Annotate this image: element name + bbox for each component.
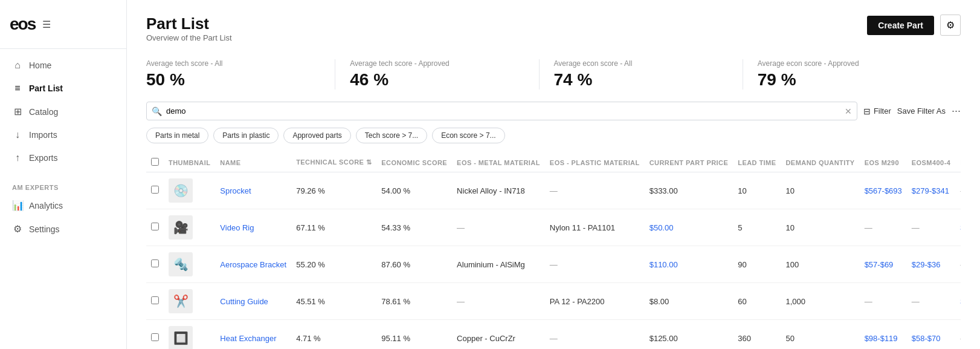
chip-tech-score[interactable]: Tech score > 7... — [356, 128, 427, 143]
table-cell[interactable]: $50.00 — [645, 209, 733, 246]
table-cell[interactable]: $29-$36 — [907, 246, 956, 283]
chip-econ-score[interactable]: Econ score > 7... — [432, 128, 505, 143]
table-cell[interactable]: $110.00 — [645, 246, 733, 283]
parts-table-wrap: THUMBNAIL NAME TECHNICAL SCORE ⇅ ECONOMI… — [146, 153, 961, 349]
table-cell[interactable]: $98-$119 — [860, 320, 907, 350]
hamburger-icon[interactable]: ☰ — [42, 19, 51, 30]
filter-button[interactable]: ⊟ Filter — [863, 106, 891, 116]
home-icon: ⌂ — [12, 60, 23, 71]
col-name: NAME — [215, 153, 291, 172]
sidebar-item-label-home: Home — [29, 60, 51, 70]
table-cell: — — [955, 320, 961, 350]
search-clear-icon[interactable]: ✕ — [845, 106, 852, 116]
analytics-icon: 📊 — [12, 200, 23, 211]
table-cell: 54.00 % — [376, 172, 452, 209]
col-current-price: CURRENT PART PRICE — [645, 153, 733, 172]
header-actions: Create Part ⚙ — [867, 15, 961, 36]
table-cell[interactable]: $9-$11 — [955, 283, 961, 320]
row-checkbox[interactable] — [151, 223, 159, 230]
table-cell[interactable]: $50-$61 — [955, 209, 961, 246]
sidebar-item-exports[interactable]: ↑ Exports — [0, 146, 126, 169]
table-cell: — — [860, 209, 907, 246]
table-cell: Aluminium - AlSiMg — [452, 246, 545, 283]
part-name-link[interactable]: Sprocket — [215, 172, 291, 209]
row-checkbox[interactable] — [151, 259, 159, 267]
chip-approved-parts[interactable]: Approved parts — [283, 128, 350, 143]
table-cell: 54.33 % — [376, 209, 452, 246]
col-eos-metal: EOS - METAL MATERIAL — [452, 153, 545, 172]
table-cell: 10 — [733, 172, 781, 209]
stat-label-0: Average tech score - All — [146, 59, 320, 68]
table-cell[interactable]: $567-$693 — [860, 172, 907, 209]
thumbnail-image: 💿 — [169, 178, 193, 203]
table-cell: 60 — [733, 283, 781, 320]
chip-parts-in-metal[interactable]: Parts in metal — [146, 128, 208, 143]
page-header: Part List Overview of the Part List Crea… — [146, 15, 961, 54]
sidebar-item-label-imports: Imports — [29, 130, 57, 140]
table-cell: 1,000 — [781, 283, 859, 320]
table-cell: 10 — [781, 209, 859, 246]
table-cell: 67.11 % — [291, 209, 376, 246]
main-content: Part List Overview of the Part List Crea… — [127, 0, 980, 349]
page-settings-button[interactable]: ⚙ — [940, 15, 961, 36]
save-filter-button[interactable]: Save Filter As — [897, 106, 946, 116]
table-cell: — — [955, 246, 961, 283]
col-demand-qty: DEMAND QUANTITY — [781, 153, 859, 172]
exports-icon: ↑ — [12, 152, 23, 163]
col-thumbnail: THUMBNAIL — [164, 153, 215, 172]
sidebar-item-home[interactable]: ⌂ Home — [0, 54, 126, 77]
select-all-checkbox[interactable] — [151, 158, 159, 166]
table-row: 🎥Video Rig67.11 %54.33 %—Nylon 11 - PA11… — [146, 209, 961, 246]
table-cell: $8.00 — [645, 283, 733, 320]
table-cell: — — [452, 283, 545, 320]
sidebar-item-imports[interactable]: ↓ Imports — [0, 123, 126, 146]
thumbnail-image: 🎥 — [169, 215, 193, 240]
table-body: 💿Sprocket79.26 %54.00 %Nickel Alloy - IN… — [146, 172, 961, 350]
table-cell: — — [545, 246, 645, 283]
col-lead-time: LEAD TIME — [733, 153, 781, 172]
sidebar-item-settings[interactable]: ⚙ Settings — [0, 217, 126, 241]
sidebar-item-part-list[interactable]: ≡ Part List — [0, 77, 126, 100]
col-technical-score[interactable]: TECHNICAL SCORE ⇅ — [291, 153, 376, 172]
table-cell: 55.20 % — [291, 246, 376, 283]
row-checkbox[interactable] — [151, 333, 159, 341]
table-cell: 95.11 % — [376, 320, 452, 350]
table-cell[interactable]: $57-$69 — [860, 246, 907, 283]
chips-row: Parts in metal Parts in plastic Approved… — [146, 128, 961, 143]
part-name-link[interactable]: Heat Exchanger — [215, 320, 291, 350]
table-row: 🔩Aerospace Bracket55.20 %87.60 %Aluminiu… — [146, 246, 961, 283]
more-options-button[interactable]: ··· — [952, 105, 961, 117]
part-name-link[interactable]: Aerospace Bracket — [215, 246, 291, 283]
stat-avg-econ-all: Average econ score - All 74 % — [554, 59, 743, 90]
col-checkbox — [146, 153, 164, 172]
stat-avg-tech-all: Average tech score - All 50 % — [146, 59, 335, 90]
table-cell[interactable]: $279-$341 — [907, 172, 956, 209]
table-cell[interactable]: $58-$70 — [907, 320, 956, 350]
search-input[interactable] — [146, 102, 857, 120]
filter-icon: ⊟ — [863, 106, 871, 116]
stat-value-3: 79 % — [758, 70, 932, 90]
page-title: Part List — [146, 15, 232, 33]
table-cell: — — [907, 209, 956, 246]
logo: eos — [10, 15, 35, 34]
thumbnail-image: ✂️ — [169, 289, 193, 313]
sidebar-item-analytics[interactable]: 📊 Analytics — [0, 194, 126, 217]
search-icon: 🔍 — [152, 106, 162, 116]
parts-table: THUMBNAIL NAME TECHNICAL SCORE ⇅ ECONOMI… — [146, 153, 961, 349]
part-name-link[interactable]: Cutting Guide — [215, 283, 291, 320]
row-checkbox[interactable] — [151, 186, 159, 194]
title-area: Part List Overview of the Part List — [146, 15, 232, 54]
sidebar-item-catalog[interactable]: ⊞ Catalog — [0, 100, 126, 123]
catalog-icon: ⊞ — [12, 106, 23, 117]
table-cell: $125.00 — [645, 320, 733, 350]
sidebar-item-label-part-list: Part List — [29, 83, 63, 93]
table-cell: Copper - CuCrZr — [452, 320, 545, 350]
create-part-button[interactable]: Create Part — [867, 16, 934, 35]
table-cell: — — [545, 172, 645, 209]
row-checkbox[interactable] — [151, 296, 159, 304]
sidebar-item-label-analytics: Analytics — [29, 201, 63, 210]
sidebar-item-label-exports: Exports — [29, 153, 57, 163]
table-header-row: THUMBNAIL NAME TECHNICAL SCORE ⇅ ECONOMI… — [146, 153, 961, 172]
part-name-link[interactable]: Video Rig — [215, 209, 291, 246]
chip-parts-in-plastic[interactable]: Parts in plastic — [213, 128, 279, 143]
